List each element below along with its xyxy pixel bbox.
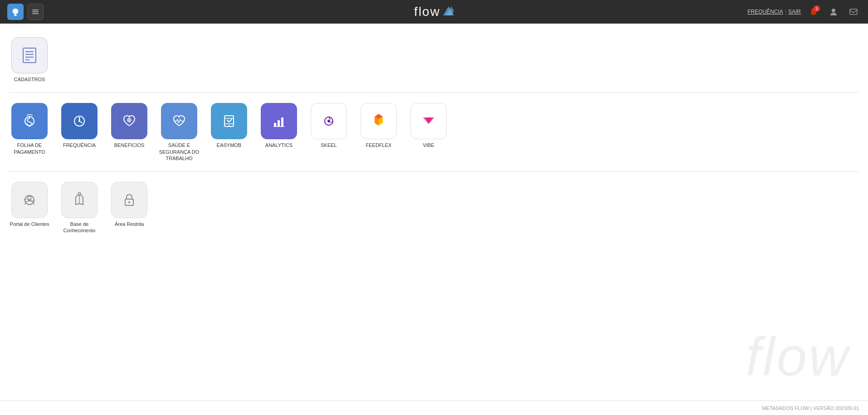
restrita-icon (111, 182, 147, 218)
app-beneficios[interactable]: BENEFÍCIOS (109, 103, 150, 161)
svg-rect-23 (224, 116, 234, 127)
divider-2 (9, 171, 859, 172)
cadastros-label: CADASTROS (14, 76, 45, 83)
svg-rect-7 (850, 9, 857, 15)
saude-icon (161, 103, 197, 139)
main-header: flow FREQUÊNCIA | SAIR 1 (0, 0, 868, 24)
folha-icon (11, 103, 48, 139)
beneficios-icon (111, 103, 147, 139)
svg-rect-27 (274, 123, 276, 127)
divider-1 (9, 93, 859, 93)
notification-button[interactable]: 1 (806, 5, 821, 19)
skeel-label: SKEEL (321, 142, 336, 148)
svg-point-6 (832, 9, 835, 12)
svg-rect-8 (23, 48, 36, 63)
app-folha[interactable]: FOLHA DE PAGAMENTO (9, 103, 50, 161)
app-base[interactable]: Base de Conhecimento (59, 182, 100, 234)
frequencia-label: FREQUÊNCIA (63, 142, 96, 148)
header-center: flow (414, 5, 454, 19)
saude-label: SAÚDE E SEGURANÇA DO TRABALHO (159, 142, 200, 161)
frequencia-link[interactable]: FREQUÊNCIA (747, 9, 783, 15)
header-left (7, 4, 44, 20)
portal-icon (11, 182, 48, 218)
outros-grid: Portal de Clientes Base de Conhecimento (9, 177, 859, 239)
feedflex-icon (361, 103, 397, 139)
svg-point-38 (128, 201, 130, 203)
app-frequencia[interactable]: FREQUÊNCIA (59, 103, 100, 161)
app-cadastros[interactable]: CADASTROS (9, 37, 50, 83)
feedflex-label: FEEDFLEX (366, 142, 392, 148)
cadastros-section: CADASTROS (9, 33, 859, 87)
folha-label: FOLHA DE PAGAMENTO (9, 142, 50, 155)
svg-rect-29 (281, 117, 283, 127)
message-button[interactable] (846, 5, 861, 19)
beneficios-label: BENEFÍCIOS (114, 142, 145, 148)
svg-rect-28 (278, 120, 280, 127)
footer: METADADOS FLOW | VERSÃO 202309.01 (0, 400, 868, 415)
app-easymob[interactable]: EASYMOB (209, 103, 249, 161)
header-links: FREQUÊNCIA | SAIR (747, 9, 801, 15)
flow-icon (443, 6, 454, 17)
svg-point-26 (229, 125, 230, 127)
skeel-icon (311, 103, 347, 139)
main-content: CADASTROS FOLHA DE PAGAMENTO (0, 24, 868, 415)
link-separator: | (785, 9, 786, 15)
app-restrita[interactable]: Área Restrita (109, 182, 150, 234)
analytics-label: ANALYTICS (265, 142, 293, 148)
sair-link[interactable]: SAIR (788, 9, 801, 15)
app-vibe[interactable]: VIBE (408, 103, 449, 161)
frequencia-icon (61, 103, 98, 139)
cadastros-icon (11, 37, 48, 73)
app-saude[interactable]: SAÚDE E SEGURANÇA DO TRABALHO (159, 103, 200, 161)
logo-button[interactable] (7, 4, 24, 20)
app-title: flow (414, 5, 440, 19)
svg-rect-3 (32, 13, 39, 14)
analytics-icon (261, 103, 297, 139)
svg-rect-1 (32, 10, 39, 10)
outros-section: Portal de Clientes Base de Conhecimento (9, 177, 859, 239)
header-right: FREQUÊNCIA | SAIR 1 (747, 5, 861, 19)
notification-badge: 1 (814, 5, 820, 12)
watermark: flow (746, 325, 850, 388)
svg-point-32 (327, 120, 330, 122)
easymob-label: EASYMOB (217, 142, 241, 148)
svg-point-19 (78, 120, 80, 122)
app-skeel[interactable]: SKEEL (308, 103, 349, 161)
portal-label: Portal de Clientes (10, 221, 49, 227)
base-icon (61, 182, 98, 218)
easymob-icon (211, 103, 247, 139)
nav-button[interactable] (27, 4, 44, 20)
base-label: Base de Conhecimento (59, 221, 100, 234)
vibe-label: VIBE (423, 142, 434, 148)
svg-rect-2 (32, 11, 39, 12)
produtos-grid: FOLHA DE PAGAMENTO FREQUÊNCIA (9, 98, 859, 166)
app-analytics[interactable]: ANALYTICS (258, 103, 299, 161)
app-portal[interactable]: Portal de Clientes (9, 182, 50, 234)
cadastros-grid: CADASTROS (9, 33, 859, 87)
app-feedflex[interactable]: FEEDFLEX (358, 103, 399, 161)
produtos-section: FOLHA DE PAGAMENTO FREQUÊNCIA (9, 98, 859, 166)
footer-text: METADADOS FLOW | VERSÃO 202309.01 (762, 405, 859, 411)
restrita-label: Área Restrita (115, 221, 144, 227)
user-button[interactable] (826, 5, 841, 19)
vibe-icon (410, 103, 447, 139)
